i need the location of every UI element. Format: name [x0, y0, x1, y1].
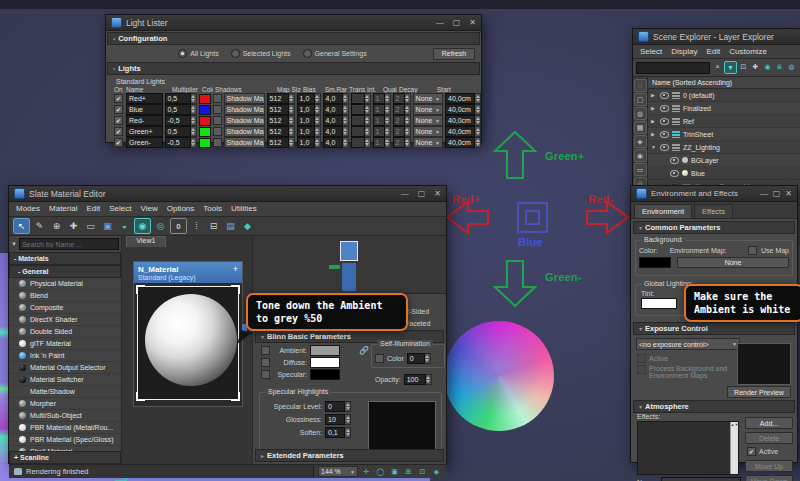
- start-spinner[interactable]: 40,0cm: [445, 137, 481, 148]
- menu-tools[interactable]: Tools: [203, 204, 222, 214]
- sm-range-spinner-arrows[interactable]: [343, 104, 349, 115]
- maximize-icon[interactable]: ▢: [773, 189, 781, 198]
- spinner-up-icon[interactable]: [315, 128, 319, 131]
- sm-range-spinner-arrows[interactable]: [343, 137, 349, 148]
- start-spinner-arrows[interactable]: [475, 104, 481, 115]
- light-name-field[interactable]: Green-: [126, 137, 163, 148]
- exposure-active-checkbox[interactable]: [637, 354, 646, 363]
- int-spinner[interactable]: 1: [373, 115, 391, 126]
- spinner-up-icon[interactable]: [346, 429, 350, 432]
- start-spinner-arrows[interactable]: [475, 137, 481, 148]
- spinner-down-icon[interactable]: [476, 99, 480, 102]
- spinner-up-icon[interactable]: [343, 128, 347, 131]
- light-on-checkbox[interactable]: ✔: [114, 138, 123, 147]
- spinner-down-icon[interactable]: [343, 121, 347, 124]
- spinner-up-icon[interactable]: [405, 95, 409, 98]
- light-name-field[interactable]: Red-: [126, 115, 163, 126]
- spinner-up-icon[interactable]: [365, 139, 369, 142]
- sm-range-spinner-value[interactable]: 4,0: [323, 93, 343, 104]
- bias-spinner[interactable]: 1,0: [297, 137, 321, 148]
- menu-select[interactable]: Select: [640, 47, 662, 56]
- highlight-spinner-arrows[interactable]: [345, 427, 351, 438]
- map-size-spinner-value[interactable]: 512: [267, 104, 289, 115]
- int-spinner-value[interactable]: 1: [373, 93, 385, 104]
- start-spinner[interactable]: 40,0cm: [445, 104, 481, 115]
- int-spinner-arrows[interactable]: [385, 115, 391, 126]
- spinner-down-icon[interactable]: [191, 132, 195, 135]
- sm-range-spinner-value[interactable]: 4,0: [323, 126, 343, 137]
- bias-spinner[interactable]: 1,0: [297, 115, 321, 126]
- int-spinner[interactable]: 1: [373, 93, 391, 104]
- light-color-swatch[interactable]: [199, 116, 211, 126]
- transp-spinner[interactable]: [351, 126, 371, 137]
- effects-list-scrollbar[interactable]: ▲▼: [730, 422, 738, 474]
- materials-root-header[interactable]: - Materials: [9, 252, 121, 265]
- spinner-up-icon[interactable]: [405, 106, 409, 109]
- spinner-down-icon[interactable]: [365, 99, 369, 102]
- qual-spinner-arrows[interactable]: [405, 137, 411, 148]
- self-illum-color-checkbox[interactable]: [375, 354, 384, 363]
- multiplier-spinner-arrows[interactable]: [191, 126, 197, 137]
- visibility-eye-icon[interactable]: [660, 131, 669, 138]
- spinner-up-icon[interactable]: [191, 128, 195, 131]
- spinner-down-icon[interactable]: [315, 121, 319, 124]
- spinner-up-icon[interactable]: [343, 106, 347, 109]
- spinner-up-icon[interactable]: [191, 95, 195, 98]
- checkbox-icon[interactable]: ✔: [747, 447, 756, 456]
- clear-search-icon[interactable]: ×: [712, 61, 723, 72]
- shadow-type-dropdown[interactable]: Shadow Map▼: [224, 126, 265, 137]
- render-preview-button[interactable]: Render Preview: [727, 386, 791, 398]
- transp-spinner[interactable]: [351, 115, 371, 126]
- exposure-control-rollout[interactable]: ▾ Exposure Control: [633, 322, 795, 335]
- map-size-spinner[interactable]: 512: [267, 126, 295, 137]
- shadow-on-checkbox[interactable]: [213, 105, 222, 114]
- lock-toggle[interactable]: [261, 346, 270, 355]
- pick-parent-icon[interactable]: ✚: [750, 61, 761, 72]
- spinner-down-icon[interactable]: [405, 121, 409, 124]
- material-list-item[interactable]: Material Output Selector: [9, 362, 121, 374]
- display-lights-icon[interactable]: ▦: [634, 121, 647, 134]
- material-node[interactable]: N_Material + Standard (Legacy): [133, 261, 243, 407]
- start-spinner-value[interactable]: 40,0cm: [445, 104, 475, 115]
- move-up-button[interactable]: Move Up: [745, 460, 793, 472]
- map-size-spinner[interactable]: 512: [267, 115, 295, 126]
- shadow-on-checkbox[interactable]: [213, 127, 222, 136]
- int-spinner-arrows[interactable]: [385, 93, 391, 104]
- shadow-type-dropdown[interactable]: Shadow Map▼: [224, 104, 265, 115]
- show-shaded-material-icon[interactable]: ◉: [134, 218, 151, 234]
- spinner-up-icon[interactable]: [315, 117, 319, 120]
- spinner-down-icon[interactable]: [191, 99, 195, 102]
- material-search-input[interactable]: [19, 238, 119, 250]
- map-size-spinner-arrows[interactable]: [289, 93, 295, 104]
- refresh-button[interactable]: Refresh: [433, 48, 475, 60]
- opacity-spinner-value[interactable]: 100: [404, 374, 426, 385]
- spinner-down-icon[interactable]: [425, 359, 429, 362]
- shadow-on-checkbox[interactable]: [213, 116, 222, 125]
- spinner-down-icon[interactable]: [289, 99, 293, 102]
- qual-spinner[interactable]: 2: [393, 137, 411, 148]
- spinner-up-icon[interactable]: [289, 95, 293, 98]
- spinner-up-icon[interactable]: [385, 95, 389, 98]
- qual-spinner-value[interactable]: 2: [393, 104, 405, 115]
- menu-edit[interactable]: Edit: [706, 47, 720, 56]
- minimize-icon[interactable]: —: [436, 18, 444, 27]
- visibility-eye-icon[interactable]: [660, 92, 669, 99]
- visibility-eye-icon[interactable]: [660, 118, 669, 125]
- tree-row[interactable]: ▶Finalized: [648, 102, 800, 115]
- qual-spinner-value[interactable]: 2: [393, 126, 405, 137]
- map-size-spinner[interactable]: 512: [267, 93, 295, 104]
- material-list-item[interactable]: Morpher: [9, 398, 121, 410]
- decay-dropdown[interactable]: None▼: [413, 93, 443, 104]
- material-list-item[interactable]: Physical Material: [9, 278, 121, 290]
- collapse-all-icon[interactable]: ≣: [774, 61, 785, 72]
- material-list-item[interactable]: glTF Material: [9, 338, 121, 350]
- display-shapes-icon[interactable]: ◍: [634, 107, 647, 120]
- bias-spinner-value[interactable]: 1,0: [297, 137, 315, 148]
- add-layer-icon[interactable]: ◍: [786, 61, 797, 72]
- environment-titlebar[interactable]: Environment and Effects — ▢ ✕: [631, 186, 797, 202]
- visibility-eye-icon[interactable]: [660, 144, 669, 151]
- preview-panels-icon[interactable]: ▤: [223, 219, 238, 233]
- spinner-down-icon[interactable]: [343, 110, 347, 113]
- multiplier-spinner-arrows[interactable]: [191, 115, 197, 126]
- delete-selected-icon[interactable]: ▭: [83, 219, 98, 233]
